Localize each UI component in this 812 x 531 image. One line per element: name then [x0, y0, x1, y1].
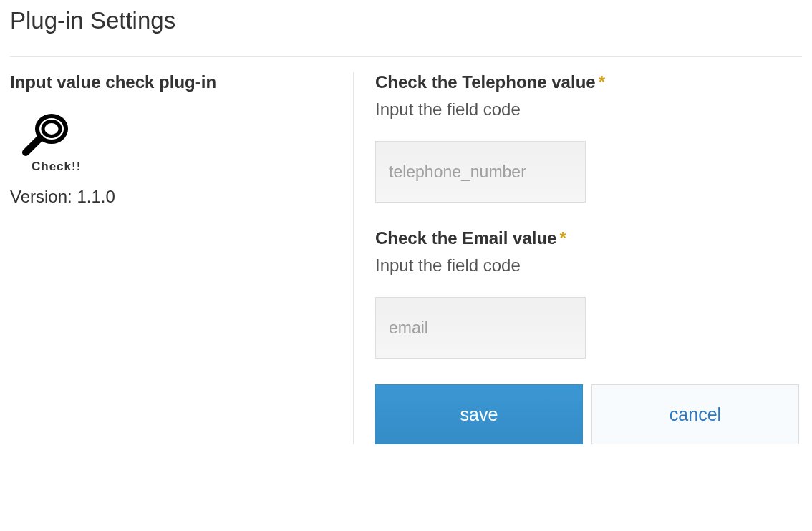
plugin-version: Version: 1.1.0 [10, 187, 339, 207]
plugin-check-icon: Check!! [21, 112, 339, 174]
telephone-section-desc: Input the field code [375, 99, 802, 120]
plugin-info-panel: Input value check plug-in Check!! Versio… [10, 72, 354, 444]
page-title: Plug-in Settings [10, 7, 802, 57]
cancel-button[interactable]: cancel [591, 384, 799, 444]
email-section-title: Check the Email value* [375, 228, 802, 248]
settings-form: Check the Telephone value* Input the fie… [354, 72, 802, 444]
email-title-text: Check the Email value [375, 228, 556, 248]
content-columns: Input value check plug-in Check!! Versio… [10, 72, 802, 444]
email-field-code-input[interactable] [375, 297, 586, 359]
plugin-icon-caption: Check!! [32, 160, 339, 174]
svg-point-1 [43, 122, 60, 137]
required-marker: * [599, 72, 605, 92]
plugin-name: Input value check plug-in [10, 72, 339, 92]
required-marker: * [559, 228, 566, 248]
telephone-section-title: Check the Telephone value* [375, 72, 802, 92]
telephone-field-code-input[interactable] [375, 141, 586, 203]
telephone-title-text: Check the Telephone value [375, 72, 596, 92]
email-section-desc: Input the field code [375, 255, 802, 276]
form-button-row: save cancel [375, 384, 802, 444]
save-button[interactable]: save [375, 384, 583, 444]
